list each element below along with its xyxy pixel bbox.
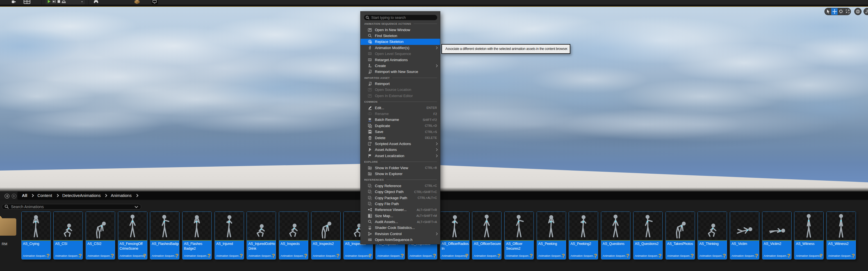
svg-text:C++: C++ (368, 239, 372, 241)
